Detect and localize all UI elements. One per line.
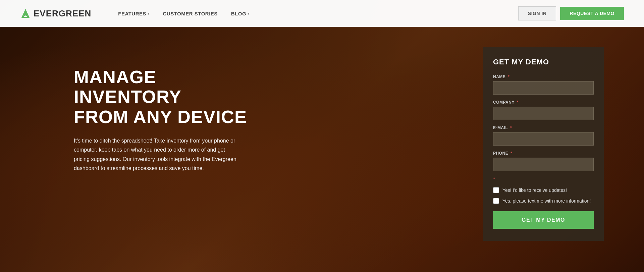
name-form-group: NAME *: [493, 74, 594, 95]
phone-label: PHONE *: [493, 151, 594, 156]
updates-checkbox-group: Yes! I'd like to receive updates!: [493, 187, 594, 193]
name-input[interactable]: [493, 81, 594, 95]
hero-section: MANAGE INVENTORY FROM ANY DEVICE It's ti…: [0, 27, 644, 272]
updates-checkbox[interactable]: [493, 187, 499, 193]
updates-checkbox-label[interactable]: Yes! I'd like to receive updates!: [502, 187, 567, 193]
nav-customer-stories[interactable]: CUSTOMER STORIES: [163, 11, 218, 16]
phone-input[interactable]: [493, 158, 594, 171]
phone-form-group: PHONE *: [493, 151, 594, 171]
signin-button[interactable]: SIGN IN: [518, 6, 556, 20]
navbar: EVERGREEN FEATURES ▾ CUSTOMER STORIES BL…: [0, 0, 644, 27]
nav-features[interactable]: FEATURES ▾: [118, 11, 149, 16]
get-demo-submit-button[interactable]: GET MY DEMO: [493, 211, 594, 229]
text-info-checkbox[interactable]: [493, 198, 499, 204]
phone-required-indicator: *: [511, 151, 512, 156]
request-demo-button[interactable]: REQUEST A DEMO: [560, 7, 624, 20]
company-label: COMPANY *: [493, 100, 594, 105]
logo-link[interactable]: EVERGREEN: [20, 8, 91, 19]
text-info-checkbox-group: Yes, please text me with more informatio…: [493, 198, 594, 204]
demo-form-panel: GET MY DEMO NAME * COMPANY * E-MAIL *: [483, 47, 604, 241]
features-chevron-icon: ▾: [148, 12, 150, 15]
email-label: E-MAIL *: [493, 125, 594, 130]
evergreen-logo-icon: [20, 8, 31, 19]
email-form-group: E-MAIL *: [493, 125, 594, 146]
email-required-indicator: *: [510, 125, 512, 130]
hero-headline: MANAGE INVENTORY FROM ANY DEVICE: [74, 67, 262, 127]
required-note: *: [493, 176, 594, 182]
name-required-indicator: *: [508, 74, 509, 79]
navbar-right: SIGN IN REQUEST A DEMO: [518, 6, 624, 20]
demo-form-title: GET MY DEMO: [493, 58, 594, 66]
name-label: NAME *: [493, 74, 594, 79]
logo-text: EVERGREEN: [34, 8, 91, 19]
company-required-indicator: *: [517, 100, 519, 105]
hero-subtext: It's time to ditch the spreadsheet! Take…: [74, 136, 241, 173]
hero-text-block: MANAGE INVENTORY FROM ANY DEVICE It's ti…: [74, 47, 262, 173]
email-input[interactable]: [493, 132, 594, 146]
main-nav: FEATURES ▾ CUSTOMER STORIES BLOG ▾: [118, 11, 249, 16]
blog-chevron-icon: ▾: [248, 12, 250, 15]
nav-blog[interactable]: BLOG ▾: [231, 11, 250, 16]
company-input[interactable]: [493, 107, 594, 120]
text-info-checkbox-label[interactable]: Yes, please text me with more informatio…: [502, 198, 591, 204]
company-form-group: COMPANY *: [493, 100, 594, 120]
navbar-left: EVERGREEN FEATURES ▾ CUSTOMER STORIES BL…: [20, 8, 250, 19]
